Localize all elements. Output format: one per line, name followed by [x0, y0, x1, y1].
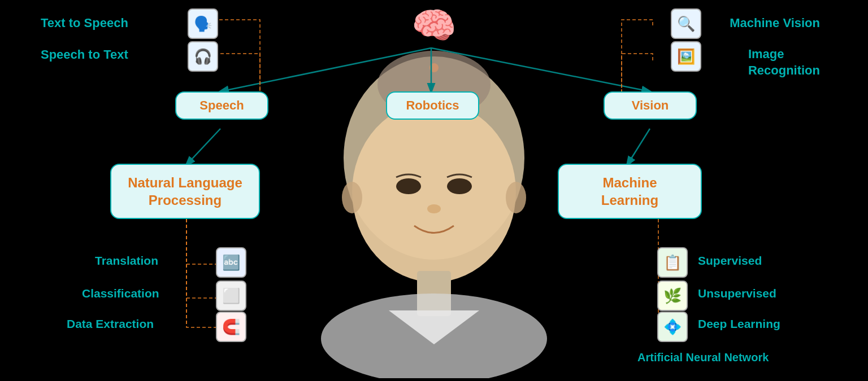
svg-line-3 [186, 129, 220, 165]
svg-point-8 [344, 56, 524, 260]
speech-node: Speech [175, 91, 268, 120]
robotics-node: Robotics [386, 91, 479, 120]
svg-rect-13 [417, 271, 451, 316]
vision-node: Vision [604, 91, 697, 120]
unsupervised-label: Unsupervised [698, 287, 776, 300]
supervised-label: Supervised [698, 254, 762, 268]
speech-to-text-label: Speech to Text [41, 47, 128, 62]
ml-node: MachineLearning [558, 164, 702, 219]
svg-point-18 [506, 182, 526, 213]
svg-point-11 [447, 178, 472, 194]
data-extraction-label: Data Extraction [67, 317, 154, 331]
text-to-speech-label: Text to Speech [41, 16, 128, 30]
svg-point-9 [352, 102, 516, 282]
deep-learning-icon-box: 💠 [657, 312, 688, 342]
brain-icon: 🧠 [411, 5, 457, 47]
robot-face [287, 34, 581, 378]
translation-label: Translation [95, 254, 158, 268]
extraction-icon-box: 🧲 [216, 312, 246, 342]
svg-line-0 [220, 48, 431, 91]
svg-point-14 [321, 294, 547, 378]
deep-learning-label: Deep Learning [698, 317, 780, 331]
svg-point-10 [396, 178, 421, 194]
svg-line-4 [627, 129, 650, 165]
translation-icon-box: 🔤 [216, 247, 246, 278]
nlp-node: Natural LanguageProcessing [110, 164, 260, 219]
stt-icon-box: 🎧 [188, 41, 218, 72]
svg-line-2 [431, 48, 650, 91]
svg-point-17 [342, 182, 362, 213]
ir-icon-box: 🖼️ [671, 41, 701, 72]
machine-vision-label: Machine Vision [730, 16, 820, 30]
classification-icon-box: ⬜ [216, 281, 246, 311]
unsupervised-icon-box: 🌿 [657, 281, 688, 311]
ann-label: Artificial Neural Network [637, 351, 769, 364]
supervised-icon-box: 📋 [657, 247, 688, 278]
svg-point-12 [427, 204, 441, 213]
mv-icon-box: 🔍 [671, 8, 701, 39]
svg-point-16 [429, 63, 439, 72]
image-recognition-label: ImageRecognition [748, 46, 820, 78]
classification-label: Classification [82, 287, 159, 300]
tts-icon-box: 🗣️ [188, 8, 218, 39]
